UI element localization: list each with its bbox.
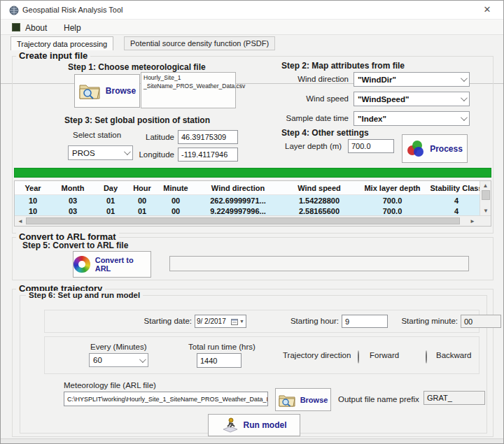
- sample-date-time-select[interactable]: "Index": [354, 111, 470, 126]
- sample-date-time-label: Sample date time: [253, 114, 349, 122]
- cell: 700.0: [356, 195, 428, 206]
- latitude-label: Latitude: [118, 133, 174, 141]
- app-icon: [9, 6, 19, 15]
- scroll-right-icon[interactable]: ►: [470, 219, 475, 224]
- wind-speed-label: Wind speed: [253, 94, 349, 103]
- convert-to-arl-button[interactable]: Convert to ARL: [73, 251, 151, 278]
- chevron-down-icon: [461, 75, 468, 82]
- starting-minute-label: Starting minute:: [388, 317, 458, 325]
- cell: 2.58165600: [282, 206, 356, 216]
- met-browse-button[interactable]: Browse: [275, 388, 331, 411]
- chevron-down-icon: [461, 114, 468, 121]
- step1-browse-button[interactable]: Browse: [74, 74, 140, 108]
- chevron-down-icon: [139, 356, 146, 363]
- wind-speed-value: "WindSpeed": [358, 95, 409, 103]
- wind-direction-label: Wind direction: [253, 75, 349, 83]
- cell: 00: [127, 195, 158, 206]
- cell: 03: [51, 206, 94, 216]
- convert-arl-group: Convert to ARL format Step 5: Convert to…: [12, 237, 493, 280]
- cell: 01: [127, 206, 158, 216]
- col-year[interactable]: Year: [15, 181, 51, 194]
- step1-selected-file-box: Hourly_Site_1 _SiteName_PROS_Weather_Dat…: [141, 72, 236, 108]
- chevron-down-icon: ▼: [239, 319, 244, 324]
- tab-strip: Trajectory data processing Potential sou…: [1, 35, 503, 50]
- cell: 03: [51, 195, 94, 206]
- met-file-label: Meteorology file (ARL file): [64, 381, 156, 389]
- wind-direction-select[interactable]: "WindDir": [354, 72, 470, 87]
- horizontal-scroll-thumb[interactable]: [26, 217, 460, 224]
- app-window: Geospatial Risk Analysis Tool ✕ About He…: [0, 0, 504, 444]
- starting-date-value: 9/ 2/2017: [197, 317, 226, 325]
- vertical-scroll-thumb[interactable]: [482, 190, 490, 200]
- run-settings-panel: Every (Minutes) 60 Total run time (hrs) …: [44, 336, 479, 374]
- step6-title: Step 6: Set up and run model: [26, 291, 143, 299]
- starting-minute-field[interactable]: 00: [461, 315, 501, 328]
- table-header-row: Year Month Day Hour Minute Wind directio…: [15, 181, 491, 195]
- window-bottom-edge: [1, 438, 503, 443]
- process-button[interactable]: Process: [402, 134, 468, 163]
- layer-depth-field[interactable]: 700.0: [348, 139, 394, 153]
- output-prefix-field[interactable]: GRAT_: [424, 391, 485, 405]
- table-row[interactable]: 10 03 01 00 00 262.69999971... 1.5422880…: [15, 195, 491, 206]
- close-icon[interactable]: ✕: [477, 4, 498, 17]
- col-hour[interactable]: Hour: [127, 181, 158, 194]
- rgb-circles-icon: [407, 141, 425, 157]
- table-vertical-scrollbar[interactable]: ▲ ▼: [479, 181, 491, 215]
- col-stability-class[interactable]: Stability Class: [428, 181, 484, 194]
- col-wind-speed[interactable]: Wind speed: [282, 181, 356, 194]
- scroll-left-icon[interactable]: ◄: [18, 219, 23, 224]
- color-wheel-icon: [74, 256, 90, 273]
- cell: 262.69999971...: [194, 195, 282, 206]
- convert-progress-bar: [169, 256, 469, 271]
- run-model-label: Run model: [244, 420, 287, 430]
- step5-title: Step 5: Convert to ARL file: [22, 241, 128, 250]
- station-value: PROS: [72, 149, 95, 157]
- tab-psdf[interactable]: Potential source density function (PSDF): [124, 36, 275, 50]
- create-input-file-title: Create input file: [16, 50, 90, 61]
- starting-hour-field[interactable]: 9: [342, 315, 388, 328]
- cell: 4: [428, 206, 484, 216]
- wind-direction-value: "WindDir": [358, 76, 396, 84]
- longitude-field[interactable]: -119.4117946: [178, 148, 238, 162]
- met-file-field[interactable]: C:\HYSPLIT\working\Hourly_Site_1_SiteNam…: [64, 392, 268, 406]
- col-day[interactable]: Day: [94, 181, 127, 194]
- folder-search-icon: [279, 393, 295, 407]
- select-station-label: Select station: [73, 131, 121, 139]
- cell: 01: [94, 195, 127, 206]
- runner-icon: [222, 417, 239, 433]
- every-minutes-select[interactable]: 60: [89, 353, 148, 367]
- col-wind-direction[interactable]: Wind direction: [194, 181, 282, 194]
- col-mix-layer-depth[interactable]: Mix layer depth: [356, 181, 428, 194]
- chevron-down-icon: [461, 94, 468, 101]
- every-minutes-value: 60: [93, 356, 102, 364]
- scroll-down-icon[interactable]: ▼: [480, 208, 491, 214]
- cell: 00: [158, 195, 194, 206]
- table-row[interactable]: 10 03 01 01 00 9.2249997996... 2.5816560…: [15, 206, 491, 216]
- longitude-label: Longitude: [118, 150, 174, 159]
- latitude-field[interactable]: 46.39175309: [178, 130, 238, 144]
- process-label: Process: [430, 144, 463, 154]
- cell: 9.2249997996...: [194, 206, 282, 216]
- col-minute[interactable]: Minute: [158, 181, 194, 194]
- scroll-up-icon[interactable]: ▲: [480, 181, 491, 189]
- forward-label: Forward: [370, 351, 399, 359]
- starting-date-picker[interactable]: 9/ 2/2017 ▼: [195, 315, 246, 328]
- col-month[interactable]: Month: [51, 181, 94, 194]
- table-horizontal-scrollbar[interactable]: ◄ ►: [15, 215, 491, 226]
- wind-speed-select[interactable]: "WindSpeed": [354, 92, 470, 106]
- compute-trajectory-group: Compute trajectory Step 6: Set up and ru…: [12, 289, 493, 437]
- step2-title: Step 2: Map attributes from file: [281, 61, 405, 71]
- total-run-time-field[interactable]: 1440: [197, 353, 241, 368]
- step1-title: Step 1: Choose meteorological file: [68, 62, 206, 72]
- cell: 700.0: [356, 206, 428, 216]
- selected-file-line1: Hourly_Site_1: [144, 74, 233, 83]
- menu-item-help[interactable]: Help: [61, 22, 84, 34]
- calendar-icon: [231, 318, 238, 325]
- run-model-button[interactable]: Run model: [208, 414, 300, 436]
- create-input-file-group: Create input file Step 1: Choose meteoro…: [12, 56, 493, 234]
- layer-depth-label: Layer depth (m): [285, 142, 342, 150]
- menu-item-about[interactable]: About: [22, 22, 50, 34]
- forward-radio[interactable]: [358, 350, 359, 364]
- tab-trajectory-data-processing[interactable]: Trajectory data processing: [10, 36, 113, 50]
- backward-radio[interactable]: [426, 350, 427, 364]
